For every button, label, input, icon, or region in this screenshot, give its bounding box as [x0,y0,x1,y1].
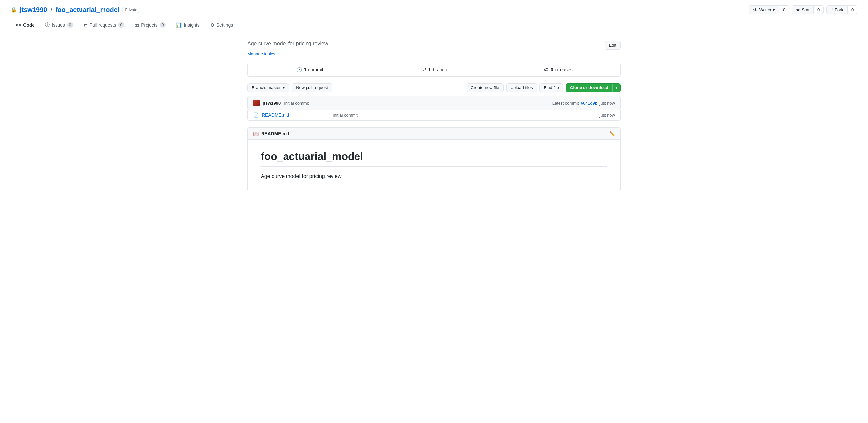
lock-icon: 🔒 [10,7,17,13]
readme-title: 📖 README.md [253,131,289,136]
tag-icon: 🏷 [544,67,549,73]
readme-header: 📖 README.md ✏️ [248,128,620,140]
avatar [253,100,259,106]
chevron-down-icon: ▾ [773,7,775,12]
repo-title-left: 🔒 jtsw1990 / foo_actuarial_model Private [10,6,140,13]
branches-stat[interactable]: ⎇ 1 branch [372,63,496,76]
star-button[interactable]: ★ Star [792,5,814,14]
clone-download-group: Clone or download ▾ [566,83,621,92]
readme-description: Age curve model for pricing review [261,172,607,180]
star-count: 0 [814,5,824,14]
manage-topics-link[interactable]: Manage topics [247,51,275,56]
settings-icon: ⚙ [210,22,215,28]
tab-issues-label: Issues [52,22,65,28]
branches-label: branch [433,67,447,73]
file-name-link[interactable]: README.md [262,112,328,118]
watch-button[interactable]: 👁 Watch ▾ [749,5,779,14]
find-file-button[interactable]: Find file [539,83,563,92]
branches-count: 1 [428,67,431,73]
pr-icon: ⇄ [84,22,88,28]
tab-projects[interactable]: ▦ Projects 0 [129,19,171,32]
clone-download-button[interactable]: Clone or download [566,84,612,92]
readme-body: foo_actuarial_model Age curve model for … [248,140,620,191]
tab-issues[interactable]: ⓘ Issues 0 [40,18,78,33]
projects-badge: 0 [160,22,166,28]
fork-count: 0 [848,5,858,14]
tab-insights[interactable]: 📊 Insights [171,19,205,32]
latest-commit-label: Latest commit [552,101,579,106]
upload-files-button[interactable]: Upload files [506,83,537,92]
commit-left: jtsw1990 Initial commit [253,100,309,106]
fork-label: Fork [835,7,843,12]
create-new-file-button[interactable]: Create new file [467,83,504,92]
tab-settings-label: Settings [217,22,233,28]
page-wrapper: 🔒 jtsw1990 / foo_actuarial_model Private… [0,0,868,423]
commits-label: commit [309,67,323,73]
table-row: 📄 README.md Initial commit just now [248,110,620,120]
tab-projects-label: Projects [141,22,158,28]
repo-header: 🔒 jtsw1990 / foo_actuarial_model Private… [0,0,868,33]
file-time: just now [599,113,615,118]
star-label: Star [802,7,809,12]
star-icon: ★ [796,7,800,12]
edit-button[interactable]: Edit [605,41,621,50]
repo-name-link[interactable]: foo_actuarial_model [56,6,120,13]
fork-icon: ⑂ [831,7,833,12]
commits-stat[interactable]: 🕐 1 commit [248,63,372,76]
watch-group: 👁 Watch ▾ 0 [749,5,789,14]
tab-pr-label: Pull requests [90,22,116,28]
repo-description: Age curve model for pricing review [247,41,328,47]
repo-nav: <> Code ⓘ Issues 0 ⇄ Pull requests 0 ▦ P… [10,18,858,33]
releases-stat[interactable]: 🏷 0 releases [496,63,620,76]
file-actions: Create new file Upload files Find file C… [467,83,621,92]
clone-dropdown-button[interactable]: ▾ [612,84,620,92]
tab-settings[interactable]: ⚙ Settings [205,19,239,32]
releases-label: releases [555,67,572,73]
branch-area: Branch: master ▾ New pull request [247,83,332,92]
repo-slash: / [50,6,52,13]
readme-h1: foo_actuarial_model [261,150,607,167]
file-toolbar: Branch: master ▾ New pull request Create… [247,83,621,92]
branch-icon: ⎇ [421,67,427,73]
file-commit-message: Initial commit [328,113,599,118]
commit-time: just now [599,101,615,106]
eye-icon: 👁 [753,7,757,12]
code-icon: <> [16,22,21,28]
readme-edit-icon[interactable]: ✏️ [610,131,615,136]
commits-count: 1 [304,67,307,73]
description-edit-row: Age curve model for pricing review Edit [247,41,621,50]
stats-bar: 🕐 1 commit ⎇ 1 branch 🏷 0 releases [247,63,621,77]
new-pr-button[interactable]: New pull request [292,83,332,92]
commit-message: Initial commit [284,101,309,106]
repo-owner-link[interactable]: jtsw1990 [20,6,47,13]
releases-count: 0 [551,67,553,73]
issues-badge: 0 [67,22,73,28]
star-group: ★ Star 0 [792,5,824,14]
fork-group: ⑂ Fork 0 [826,5,858,14]
book-icon: 📖 [253,131,258,136]
fork-button[interactable]: ⑂ Fork [826,5,848,14]
branch-label: Branch: master [252,85,281,90]
repo-title-row: 🔒 jtsw1990 / foo_actuarial_model Private… [10,5,858,18]
tab-pullrequests[interactable]: ⇄ Pull requests 0 [79,19,130,32]
commit-hash-link[interactable]: 6641d9b [581,101,598,106]
repo-actions: 👁 Watch ▾ 0 ★ Star 0 [746,5,858,14]
tab-code[interactable]: <> Code [10,19,40,32]
commit-author-link[interactable]: jtsw1990 [263,101,281,106]
watch-label: Watch [759,7,771,12]
watch-count: 0 [779,5,789,14]
commit-right: Latest commit 6641d9b just now [552,101,615,106]
file-icon: 📄 [253,112,258,118]
tab-insights-label: Insights [184,22,199,28]
branch-selector[interactable]: Branch: master ▾ [247,83,289,92]
insights-icon: 📊 [176,22,182,28]
commits-icon: 🕐 [296,67,302,73]
avatar-image [253,100,259,106]
private-badge: Private [122,7,140,13]
readme-panel: 📖 README.md ✏️ foo_actuarial_model Age c… [247,127,621,192]
tab-code-label: Code [23,22,34,28]
projects-icon: ▦ [135,22,139,28]
commit-panel: jtsw1990 Initial commit Latest commit 66… [247,96,621,110]
file-list: 📄 README.md Initial commit just now [247,110,621,121]
main-content: Age curve model for pricing review Edit … [237,33,631,199]
